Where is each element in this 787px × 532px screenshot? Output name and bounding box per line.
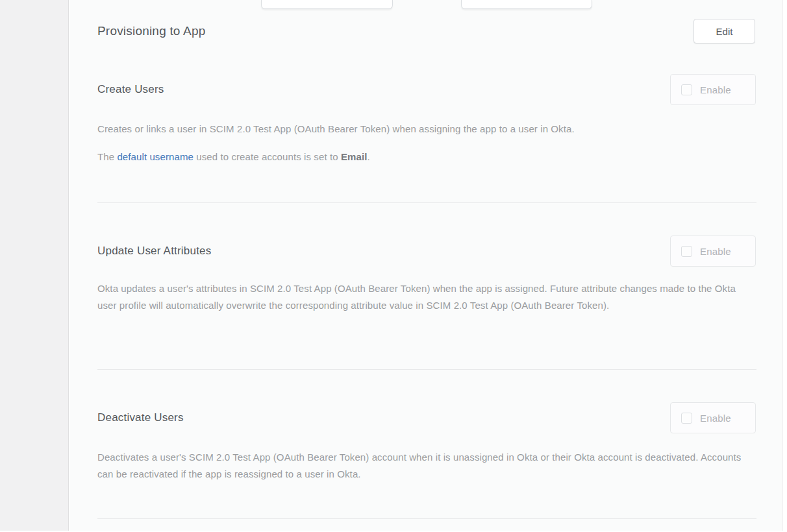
- panel-title: Provisioning to App: [97, 24, 205, 38]
- section-heading: Deactivate Users: [97, 411, 184, 424]
- section-divider: [97, 518, 756, 519]
- enable-label: Enable: [700, 413, 731, 424]
- default-username-link[interactable]: default username: [117, 151, 194, 162]
- left-sidebar: [0, 0, 69, 531]
- truncated-form-field-right[interactable]: [461, 0, 592, 9]
- enable-label: Enable: [700, 246, 731, 257]
- username-line-suffix: .: [367, 151, 369, 162]
- truncated-form-field-left[interactable]: [261, 0, 393, 9]
- update-user-attributes-enable-toggle[interactable]: Enable: [670, 236, 756, 267]
- deactivate-users-description: Deactivates a user's SCIM 2.0 Test App (…: [97, 449, 756, 483]
- section-divider: [97, 202, 756, 203]
- provisioning-panel: Provisioning to App Edit Create Users En…: [69, 0, 782, 531]
- update-user-attributes-enable-checkbox[interactable]: [681, 246, 692, 257]
- username-line-middle: used to create accounts is set to: [194, 151, 341, 162]
- deactivate-users-enable-toggle[interactable]: Enable: [670, 402, 756, 433]
- create-users-username-line: The default username used to create acco…: [97, 149, 756, 165]
- section-heading: Create Users: [97, 83, 164, 96]
- create-users-enable-checkbox[interactable]: [681, 84, 692, 95]
- create-users-description: Creates or links a user in SCIM 2.0 Test…: [97, 121, 756, 138]
- section-divider: [97, 369, 756, 370]
- section-header-deactivate-users: Deactivate Users Enable: [97, 402, 756, 433]
- provisioning-page: Provisioning to App Edit Create Users En…: [0, 0, 787, 532]
- username-line-prefix: The: [97, 151, 117, 162]
- panel-title-row: Provisioning to App Edit: [97, 18, 755, 44]
- edit-button[interactable]: Edit: [693, 19, 755, 43]
- section-header-create-users: Create Users Enable: [97, 74, 756, 105]
- section-heading: Update User Attributes: [97, 245, 211, 258]
- create-users-enable-toggle[interactable]: Enable: [670, 74, 756, 105]
- enable-label: Enable: [700, 84, 731, 95]
- deactivate-users-enable-checkbox[interactable]: [681, 413, 692, 424]
- section-header-update-user-attributes: Update User Attributes Enable: [97, 236, 756, 267]
- update-user-attributes-description: Okta updates a user's attributes in SCIM…: [97, 280, 756, 314]
- username-line-value: Email: [341, 151, 368, 162]
